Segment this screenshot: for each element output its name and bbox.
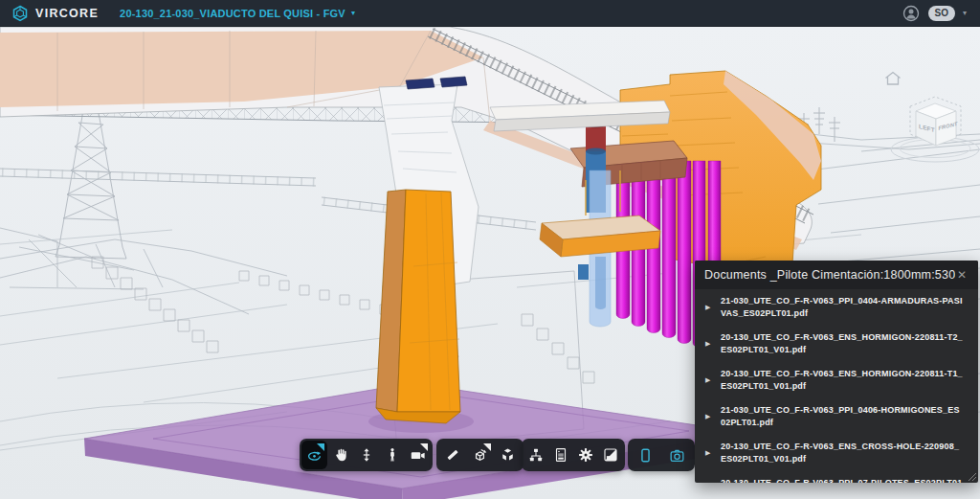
contrast-image-icon [602, 446, 619, 464]
document-name: 20-130_UTE_CO_F-R-V063_ENS_HORMIGON-2208… [721, 331, 963, 356]
camera-views-button[interactable] [405, 441, 431, 469]
zoom-button[interactable] [353, 441, 379, 469]
vircore-logo-icon [11, 5, 29, 22]
expand-arrow-icon[interactable]: ▶ [705, 304, 713, 311]
document-name: 21-030_UTE_CO_F-R-V063_PPI_0406-HORMIGON… [721, 404, 963, 429]
avatar-icon[interactable] [902, 4, 921, 23]
mobile-device-icon [636, 446, 655, 465]
document-name: 20-130_UTE_CO_F-R-V063_ENS_HORMIGON-2208… [721, 368, 963, 393]
expand-arrow-icon[interactable]: ▶ [705, 413, 713, 420]
walk-button[interactable] [379, 441, 405, 469]
document-name: 20-130_UTE_CO_F-R-V063_ENS_CROSS-HOLE-22… [721, 441, 963, 465]
documents-button[interactable] [548, 441, 573, 469]
appearance-button[interactable] [598, 441, 623, 469]
gear-icon [577, 446, 594, 464]
toolbar-group-tools [436, 439, 523, 471]
document-item[interactable]: ▶ 20-130_UTE_CO_F-R-V063_ENS_CROSS-HOLE-… [695, 435, 978, 471]
toolbar-group-capture [628, 439, 695, 471]
project-caret-icon: ▾ [351, 10, 355, 17]
document-name: 20-130_UTE_CO_F-R-V063_PPI_07-PILOTES_ES… [721, 477, 963, 483]
documents-panel-header[interactable]: Documents _Pilote Cimentación:1800mm:530… [695, 261, 978, 289]
camera-icon [668, 446, 686, 465]
project-selector[interactable]: 20-130_21-030_VIADUCTO DEL QUISI - FGV ▾ [120, 8, 355, 19]
user-badge[interactable]: SO [928, 6, 955, 21]
close-icon[interactable]: ✕ [955, 268, 969, 282]
expand-arrow-icon[interactable]: ▶ [705, 376, 713, 384]
document-item[interactable]: ▶ 20-130_UTE_CO_F-R-V063_PPI_07-PILOTES_… [695, 471, 978, 483]
measure-ruler-icon [444, 446, 461, 464]
expand-arrow-icon[interactable]: ▶ [705, 340, 713, 348]
explode-cube-icon [499, 446, 517, 465]
toolbar-group-navigation [300, 439, 433, 471]
user-menu-caret-icon[interactable]: ▾ [963, 10, 967, 17]
document-name: 21-030_UTE_CO_F-R-V063_PPI_0404-ARMADURA… [721, 295, 963, 320]
walk-person-icon [384, 446, 401, 464]
explode-button[interactable] [494, 441, 522, 469]
pan-button[interactable] [327, 441, 353, 469]
model-tree-button[interactable] [523, 441, 548, 469]
pier-column-selected[interactable] [376, 190, 460, 423]
document-item[interactable]: ▶ 21-030_UTE_CO_F-R-V063_PPI_0404-ARMADU… [695, 289, 978, 326]
document-item[interactable]: ▶ 21-030_UTE_CO_F-R-V063_PPI_0406-HORMIG… [695, 398, 978, 435]
measure-button[interactable] [438, 441, 466, 469]
brand-name: VIRCORE [35, 7, 99, 20]
settings-button[interactable] [573, 441, 598, 469]
pan-hand-icon [332, 446, 349, 464]
document-item[interactable]: ▶ 20-130_UTE_CO_F-R-V063_ENS_HORMIGON-22… [695, 362, 978, 398]
zoom-vertical-icon [358, 446, 375, 464]
screenshot-button[interactable] [661, 441, 693, 469]
section-button[interactable] [466, 441, 494, 469]
model-tree-icon [527, 446, 545, 464]
document-card-icon [552, 446, 569, 464]
documents-list: ▶ 21-030_UTE_CO_F-R-V063_PPI_0404-ARMADU… [695, 289, 978, 483]
documents-panel: Documents _Pilote Cimentación:1800mm:530… [695, 261, 978, 483]
top-bar: VIRCORE 20-130_21-030_VIADUCTO DEL QUISI… [0, 0, 980, 27]
app-logo[interactable]: VIRCORE [0, 5, 99, 22]
project-title: 20-130_21-030_VIADUCTO DEL QUISI - FGV [120, 8, 345, 19]
mobile-view-button[interactable] [630, 441, 661, 469]
toolbar-group-data [522, 439, 625, 471]
expand-arrow-icon[interactable]: ▶ [705, 449, 713, 457]
document-item[interactable]: ▶ 20-130_UTE_CO_F-R-V063_ENS_HORMIGON-22… [695, 326, 978, 362]
orbit-button[interactable] [301, 441, 327, 469]
documents-panel-title: Documents _Pilote Cimentación:1800mm:530… [704, 268, 955, 282]
